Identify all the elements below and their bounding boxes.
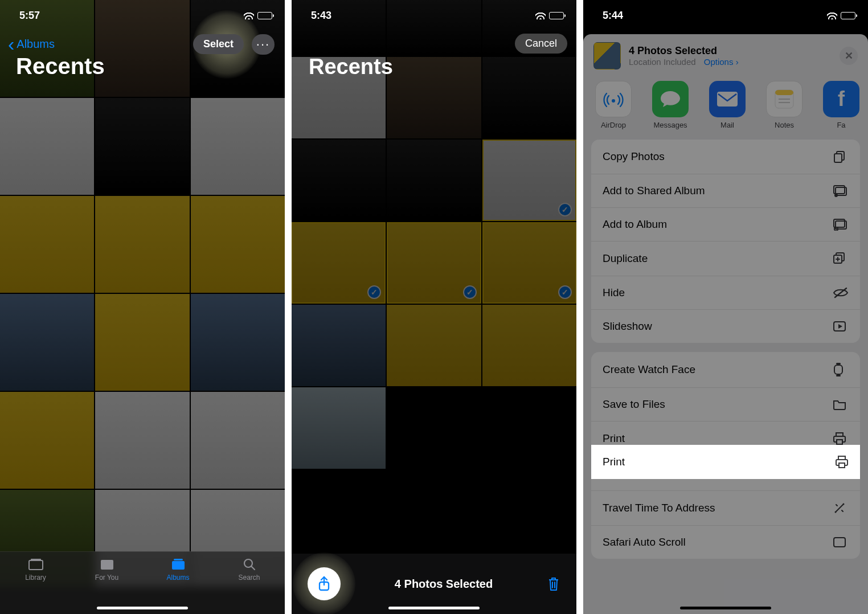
- albums-icon: [170, 558, 187, 571]
- dim-overlay: [292, 0, 576, 614]
- action-slideshow[interactable]: Slideshow: [591, 310, 860, 343]
- page-title: Recents: [309, 55, 393, 79]
- svg-rect-2: [101, 560, 113, 570]
- share-app-row[interactable]: AirDrop Messages Mail: [583, 76, 868, 140]
- battery-icon: [549, 12, 564, 19]
- action-add-to-album[interactable]: Add to Album: [591, 208, 860, 241]
- action-duplicate[interactable]: Duplicate: [591, 241, 860, 276]
- options-link[interactable]: Options ›: [704, 57, 739, 67]
- selection-toolbar: 4 Photos Selected: [292, 554, 576, 614]
- cancel-button[interactable]: Cancel: [515, 34, 567, 54]
- svg-rect-35: [834, 538, 845, 547]
- action-travel-time-to-address[interactable]: Travel Time To Address: [591, 491, 860, 526]
- action-copy-photos[interactable]: Copy Photos: [591, 140, 860, 174]
- svg-rect-27: [836, 363, 841, 365]
- svg-rect-0: [29, 560, 43, 570]
- action-hide[interactable]: Hide: [591, 276, 860, 310]
- select-button[interactable]: Select: [193, 34, 244, 54]
- action-save-to-files[interactable]: Save to Files: [591, 388, 860, 421]
- svg-rect-11: [775, 90, 793, 95]
- screen-3-share-sheet: 5:44 4 Photos Selected Location Included…: [583, 0, 868, 614]
- album-icon: [833, 218, 849, 231]
- back-chevron-icon[interactable]: ‹: [8, 34, 14, 54]
- notes-icon: [766, 81, 803, 117]
- svg-rect-3: [172, 561, 185, 570]
- screen-1-photos-recents: 5:57 ‹ Albums Select ··· Recents Library…: [0, 0, 285, 614]
- home-indicator[interactable]: [680, 607, 771, 609]
- action-label: Print: [603, 456, 625, 468]
- status-bar: 5:44: [583, 0, 868, 25]
- share-app-facebook[interactable]: f Fa: [821, 81, 861, 129]
- tab-search[interactable]: Search: [214, 552, 285, 614]
- home-indicator[interactable]: [388, 607, 480, 609]
- action-create-watch-face[interactable]: Create Watch Face: [591, 352, 860, 388]
- tab-bar: Library For You Albums Search: [0, 551, 285, 614]
- share-app-mail[interactable]: Mail: [707, 81, 747, 129]
- wifi-icon: [244, 11, 254, 19]
- home-indicator[interactable]: [97, 607, 188, 609]
- mail-icon: [709, 81, 746, 117]
- tab-albums[interactable]: Albums: [142, 552, 214, 614]
- app-label: AirDrop: [601, 121, 626, 129]
- share-app-airdrop[interactable]: AirDrop: [593, 81, 633, 129]
- for-you-icon: [99, 558, 116, 571]
- app-label: Notes: [775, 121, 794, 129]
- action-label: Copy Photos: [603, 150, 665, 163]
- tab-label: Search: [238, 574, 260, 582]
- battery-icon: [841, 12, 855, 19]
- share-app-notes[interactable]: Notes: [764, 81, 804, 129]
- more-button[interactable]: ···: [252, 34, 275, 55]
- svg-rect-26: [834, 365, 842, 374]
- status-time: 5:44: [603, 10, 623, 22]
- library-icon: [27, 558, 44, 571]
- svg-rect-28: [836, 375, 841, 376]
- selection-count: 4 Photos Selected: [395, 578, 493, 591]
- action-label: Print: [603, 432, 625, 445]
- facebook-icon: f: [823, 81, 859, 117]
- copy-icon: [833, 150, 849, 163]
- safari-icon: [833, 537, 849, 548]
- svg-rect-1: [31, 559, 41, 560]
- action-add-to-shared-album[interactable]: Add to Shared Album: [591, 174, 860, 208]
- svg-point-33: [843, 504, 845, 505]
- svg-rect-15: [834, 154, 842, 162]
- share-button[interactable]: [308, 567, 341, 600]
- share-sheet-header: 4 Photos Selected Location Included Opti…: [583, 34, 868, 76]
- tab-label: For You: [95, 574, 118, 582]
- action-label: Hide: [603, 286, 625, 299]
- delete-button[interactable]: [547, 576, 560, 592]
- action-label: Create Watch Face: [603, 363, 695, 376]
- app-label: Fa: [837, 121, 845, 129]
- svg-line-6: [251, 566, 255, 570]
- action-group-1: Copy Photos Add to Shared Album Add to A…: [591, 140, 860, 343]
- location-included-label: Location Included: [629, 57, 696, 67]
- airdrop-icon: [595, 81, 632, 117]
- share-icon: [317, 576, 331, 592]
- print-icon: [835, 455, 849, 469]
- tab-for-you[interactable]: For You: [71, 552, 142, 614]
- app-label: Messages: [653, 121, 687, 129]
- share-app-messages[interactable]: Messages: [650, 81, 690, 129]
- page-title: Recents: [16, 54, 105, 79]
- action-label: Travel Time To Address: [603, 502, 715, 514]
- action-safari-auto-scroll[interactable]: Safari Auto Scroll: [591, 526, 860, 559]
- svg-rect-9: [717, 92, 738, 107]
- close-button[interactable]: ✕: [840, 47, 858, 65]
- wifi-icon: [535, 11, 546, 19]
- screen-2-photos-selecting: 5:43 Cancel Recents ✓ ✓ ✓ ✓: [292, 0, 576, 614]
- status-bar: 5:43: [292, 0, 576, 25]
- watch-icon: [833, 362, 849, 377]
- app-label: Mail: [720, 121, 734, 129]
- action-label: Save to Files: [603, 398, 665, 411]
- action-label: Safari Auto Scroll: [603, 536, 686, 548]
- back-label[interactable]: Albums: [17, 38, 55, 51]
- svg-rect-31: [837, 440, 842, 444]
- action-print-highlight[interactable]: Print: [591, 445, 860, 479]
- tab-library[interactable]: Library: [0, 552, 71, 614]
- wifi-icon: [827, 11, 837, 19]
- svg-point-8: [612, 99, 615, 103]
- messages-icon: [652, 81, 689, 117]
- tab-label: Library: [25, 574, 46, 582]
- svg-rect-4: [174, 559, 183, 560]
- slideshow-icon: [833, 321, 849, 332]
